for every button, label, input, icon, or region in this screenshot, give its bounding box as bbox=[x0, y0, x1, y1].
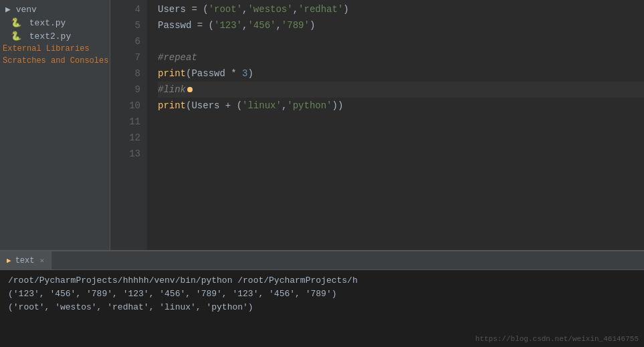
cursor bbox=[187, 87, 193, 92]
code-text: #repeat bbox=[158, 49, 197, 66]
line-numbers: 4 5 6 7 8 9 10 11 12 13 bbox=[110, 0, 147, 250]
console-output-text: /root/PycharmProjects/hhhhh/venv/bin/pyt… bbox=[8, 274, 358, 287]
python-file-icon: 🐍 bbox=[11, 18, 21, 28]
code-text bbox=[237, 66, 242, 82]
code-line-7: #repeat bbox=[158, 49, 644, 66]
sidebar-item-label: venv bbox=[16, 5, 37, 15]
python-file-icon2: 🐍 bbox=[11, 31, 21, 41]
code-line-6 bbox=[158, 33, 644, 49]
code-text: Passwd bbox=[191, 66, 231, 82]
code-text: , bbox=[293, 1, 298, 17]
console-tab-label: text bbox=[15, 256, 35, 265]
sidebar-item-venv[interactable]: ▶ venv bbox=[0, 3, 110, 16]
console-output-text: ('root', 'westos', 'redhat', 'linux', 'p… bbox=[8, 301, 253, 314]
console-output-text: ('123', '456', '789', '123', '456', '789… bbox=[8, 287, 336, 301]
line-num-10: 10 bbox=[110, 98, 140, 114]
line-num-11: 11 bbox=[110, 114, 140, 130]
line-num-6: 6 bbox=[110, 33, 140, 49]
code-line-11 bbox=[158, 114, 644, 130]
code-text: 'westos' bbox=[247, 1, 292, 17]
code-text: Passwd = ( bbox=[158, 17, 214, 33]
sidebar-item-label: text.py bbox=[29, 18, 66, 28]
code-line-12 bbox=[158, 130, 644, 146]
close-icon[interactable]: ✕ bbox=[39, 256, 44, 265]
code-text: , bbox=[282, 98, 287, 114]
code-text: * bbox=[231, 66, 236, 82]
watermark: https://blog.csdn.net/weixin_46146755 bbox=[475, 332, 639, 346]
sidebar: ▶ venv 🐍 text.py 🐍 text2.py External Lib… bbox=[0, 0, 110, 250]
code-text: ( bbox=[186, 98, 191, 114]
run-icon: ▶ bbox=[7, 256, 11, 265]
sidebar-item-label: text2.py bbox=[29, 31, 71, 41]
code-text: #link bbox=[158, 82, 186, 98]
code-text: ) bbox=[343, 1, 348, 17]
console-tabs: ▶ text ✕ bbox=[0, 251, 644, 270]
code-text: print bbox=[158, 66, 186, 82]
code-line-5: Passwd = ('123','456','789') bbox=[158, 17, 644, 33]
sidebar-item-textpy[interactable]: 🐍 text.py bbox=[0, 16, 110, 29]
sidebar-item-external-libraries[interactable]: External Libraries bbox=[0, 43, 110, 55]
line-num-13: 13 bbox=[110, 146, 140, 162]
code-text: '789' bbox=[282, 17, 310, 33]
code-text: 'redhat' bbox=[298, 1, 343, 17]
code-text: + bbox=[225, 98, 231, 114]
console-area: ▶ text ✕ /root/PycharmProjects/hhhhh/ven… bbox=[0, 250, 644, 347]
code-text: , bbox=[276, 17, 281, 33]
code-editor[interactable]: 4 5 6 7 8 9 10 11 12 13 Users = ('root',… bbox=[110, 0, 644, 250]
line-num-8: 8 bbox=[110, 66, 140, 82]
code-text: Users = ( bbox=[158, 1, 209, 17]
line-num-5: 5 bbox=[110, 17, 140, 33]
code-text: ) bbox=[310, 17, 315, 33]
console-line-3: ('root', 'westos', 'redhat', 'linux', 'p… bbox=[8, 301, 636, 314]
console-line-1: /root/PycharmProjects/hhhhh/venv/bin/pyt… bbox=[8, 274, 636, 287]
code-line-9: #link bbox=[158, 82, 644, 98]
code-text: Users bbox=[191, 98, 225, 114]
console-output: /root/PycharmProjects/hhhhh/venv/bin/pyt… bbox=[0, 270, 644, 347]
code-line-4: Users = ('root','westos','redhat') bbox=[158, 1, 644, 17]
line-num-4: 4 bbox=[110, 1, 140, 17]
code-text: ) bbox=[247, 66, 253, 82]
code-text: '123' bbox=[214, 17, 242, 33]
sidebar-item-text2py[interactable]: 🐍 text2.py bbox=[0, 29, 110, 43]
line-num-7: 7 bbox=[110, 49, 140, 66]
folder-icon: ▶ bbox=[5, 5, 16, 15]
sidebar-item-label: Scratches and Consoles bbox=[3, 56, 108, 66]
code-text: , bbox=[242, 1, 247, 17]
code-text: , bbox=[242, 17, 247, 33]
code-text: 'python' bbox=[287, 98, 332, 114]
editor-area: 4 5 6 7 8 9 10 11 12 13 Users = ('root',… bbox=[110, 0, 644, 250]
code-text: print bbox=[158, 98, 186, 114]
code-text: 3 bbox=[242, 66, 247, 82]
code-text: 'root' bbox=[209, 1, 242, 17]
console-line-2: ('123', '456', '789', '123', '456', '789… bbox=[8, 287, 636, 301]
code-text: )) bbox=[332, 98, 344, 114]
code-text: 'linux' bbox=[242, 98, 282, 114]
console-tab-text[interactable]: ▶ text ✕ bbox=[0, 251, 51, 269]
code-line-8: print(Passwd * 3) bbox=[158, 66, 644, 82]
sidebar-item-scratches[interactable]: Scratches and Consoles bbox=[0, 55, 110, 67]
sidebar-item-label: External Libraries bbox=[3, 44, 90, 53]
code-text: '456' bbox=[247, 17, 276, 33]
line-num-9: 9 bbox=[110, 82, 140, 98]
code-line-13 bbox=[158, 146, 644, 162]
code-text: ( bbox=[186, 66, 191, 82]
line-num-12: 12 bbox=[110, 130, 140, 146]
code-line-10: print(Users + ('linux','python')) bbox=[158, 98, 644, 114]
code-content[interactable]: Users = ('root','westos','redhat') Passw… bbox=[147, 0, 644, 250]
code-text: ( bbox=[231, 98, 242, 114]
